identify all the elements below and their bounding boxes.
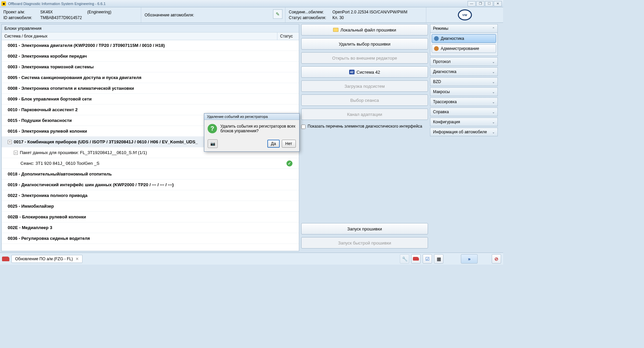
table-row[interactable]: 0001 - Электроника двигателя (KWP2000 / … (2, 40, 299, 51)
confirm-dialog: Удаление событий из регистратора ? Удали… (204, 113, 300, 152)
car-tool-button[interactable] (411, 254, 421, 264)
window-controls: — ❐ ☐ ✕ (468, 1, 502, 6)
pane-title: Блоки управления (2, 24, 299, 32)
checklist-button[interactable]: ☑ (423, 254, 432, 264)
section-macros[interactable]: Макросы⌄ (430, 87, 498, 96)
system42-icon: 42 (349, 70, 355, 74)
start-flash-button[interactable]: Запуск прошивки (301, 223, 428, 234)
no-button[interactable]: Нет (282, 140, 296, 148)
continue-button[interactable]: » (461, 254, 478, 264)
collapse-icon[interactable]: – (8, 140, 12, 144)
yes-button[interactable]: Да (267, 140, 280, 148)
table-row[interactable]: 0019 - Диагностический интерфейс шин дан… (2, 180, 299, 190)
stop-icon: ⊘ (494, 256, 498, 262)
connection-value: OpenPort 2.0 J2534 ISO/CAN/VPW/PWM (332, 10, 407, 14)
car-status-label: Статус автомобиля: (289, 15, 332, 20)
header-col-connection: Соедине...обилем:OpenPort 2.0 J2534 ISO/… (285, 7, 426, 22)
tree-header: Система / блок данных Статус (2, 32, 299, 40)
chevron-down-icon: ⌄ (492, 60, 495, 64)
bottom-bar: Обновление ПО а/м (FZG - FL)✕ 🔧 ☑ ▦ » ⊘ (0, 253, 503, 265)
admin-icon (434, 46, 439, 51)
table-row[interactable]: 0009 - Блок управления бортовой сети (2, 94, 299, 105)
app-icon: ◆ (1, 1, 6, 6)
chevron-down-icon: ⌄ (492, 80, 495, 84)
success-icon: ✓ (286, 160, 292, 166)
chevron-down-icon: ⌄ (492, 90, 495, 94)
table-row[interactable]: 0002 - Электроника коробки передач (2, 51, 299, 62)
chevron-down-icon: ⌄ (492, 70, 495, 74)
dialog-title: Удаление событий из регистратора (204, 114, 299, 120)
screenshot-button[interactable]: 📷 (208, 139, 218, 148)
connection-label: Соедине...обилем: (289, 10, 332, 14)
bottom-tab[interactable]: Обновление ПО а/м (FZG - FL)✕ (11, 255, 83, 263)
header-col-designation: Обозначение автомобиля: ✎ (141, 7, 285, 22)
mode-diagnostics-button[interactable]: Диагностика (432, 34, 496, 43)
close-button[interactable]: ✕ (494, 1, 502, 6)
adaptation-channel-button: Канал адаптации (301, 109, 428, 120)
modes-header[interactable]: Режимы⌃ (430, 24, 498, 33)
chevron-down-icon: ⌄ (492, 130, 495, 134)
vin-value: TMBAB43T7D9014572 (40, 15, 82, 20)
project-label: Проект а/м: (3, 10, 40, 14)
car-icon (413, 257, 419, 261)
maximize-button[interactable]: ☐ (485, 1, 493, 6)
table-row[interactable]: 0005 - Система санкционирования доступа … (2, 72, 299, 83)
load-subsystems-button: Загрузка подсистем (301, 80, 428, 92)
edit-designation-button[interactable]: ✎ (273, 9, 282, 19)
start-fast-flash-button: Запуск быстрой прошивки (301, 237, 428, 249)
header-col-project: Проект а/м:SK46X(Engineering) ID автомоб… (0, 7, 141, 22)
folder-icon (333, 28, 338, 32)
chevron-down-icon: ⌄ (492, 110, 495, 114)
col-status[interactable]: Статус (277, 32, 299, 40)
forward-icon: » (468, 256, 471, 262)
table-row[interactable]: 0003 - Электроника тормозной системы (2, 62, 299, 72)
checkbox-input[interactable] (301, 125, 306, 129)
session-select-button: Выбор сеанса (301, 94, 428, 106)
actions-pane: Локальный файл прошивки Удалить выбор пр… (299, 23, 430, 253)
table-row[interactable]: 002B - Блокировка рулевой колонки (2, 212, 299, 222)
side-accordion: Режимы⌃ Диагностика Администрирование Пр… (430, 23, 500, 253)
section-protocol[interactable]: Протокол⌄ (430, 57, 498, 66)
chevron-up-icon: ⌃ (492, 27, 495, 30)
car-status-value: Кл. 30 (332, 15, 344, 20)
external-editor-button: Открыть во внешнем редакторе (301, 52, 428, 64)
section-help[interactable]: Справка⌄ (430, 108, 498, 116)
vw-logo-icon: VW (458, 9, 472, 20)
table-row[interactable]: 0018 - Дополнительный/автономный отопите… (2, 169, 299, 180)
vin-label: ID автомобиля: (3, 15, 40, 20)
stop-button[interactable]: ⊘ (492, 254, 501, 264)
col-system[interactable]: Система / блок данных (2, 32, 277, 40)
mode-admin-button[interactable]: Администрирование (432, 44, 496, 53)
engineering-tag: (Engineering) (87, 10, 111, 14)
section-diagnostics[interactable]: Диагностика⌄ (430, 67, 498, 76)
wrench-button: 🔧 (400, 254, 409, 264)
table-row[interactable]: 0008 - Электроника отопителя и климатиче… (2, 83, 299, 94)
chevron-down-icon: ⌄ (492, 120, 495, 124)
table-row[interactable]: 0022 - Электроника полного привода (2, 190, 299, 201)
section-car-info[interactable]: Информация об автомобиле⌄ (430, 128, 498, 136)
show-diag-elements-checkbox[interactable]: Показать перечень элементов диагностичес… (301, 124, 428, 129)
section-trace[interactable]: Трассировка⌄ (430, 97, 498, 106)
table-row[interactable]: 0025 - Иммобилайзер (2, 201, 299, 212)
section-bzd[interactable]: BZD⌄ (430, 77, 498, 86)
grid-icon: ▦ (437, 256, 441, 262)
delete-selection-button[interactable]: Удалить выбор прошивки (301, 38, 428, 50)
pencil-icon: ✎ (276, 11, 280, 17)
local-file-button[interactable]: Локальный файл прошивки (301, 24, 428, 36)
section-config[interactable]: Конфигурация⌄ (430, 118, 498, 126)
diagnostics-icon (434, 36, 439, 41)
restore-button[interactable]: ❐ (476, 1, 484, 6)
car-icon (2, 257, 9, 261)
designation-label: Обозначение автомобиля: (145, 13, 194, 17)
table-row[interactable]: 0036 - Регулировка сиденья водителя (2, 233, 299, 244)
camera-icon: 📷 (210, 141, 215, 146)
grid-button[interactable]: ▦ (434, 254, 443, 264)
system42-button[interactable]: 42Система 42 (301, 66, 428, 78)
table-row[interactable]: Сеанс: 3T1 920 841J_ 0610 ToolGen _S✓ (2, 158, 299, 169)
close-tab-icon[interactable]: ✕ (75, 257, 79, 261)
collapse-icon[interactable]: – (14, 151, 18, 155)
minimize-button[interactable]: — (468, 1, 476, 6)
header-col-logo: VW (426, 7, 503, 22)
table-row[interactable]: 002E - Медиаплеер 3 (2, 222, 299, 233)
header-info: Проект а/м:SK46X(Engineering) ID автомоб… (0, 7, 503, 23)
